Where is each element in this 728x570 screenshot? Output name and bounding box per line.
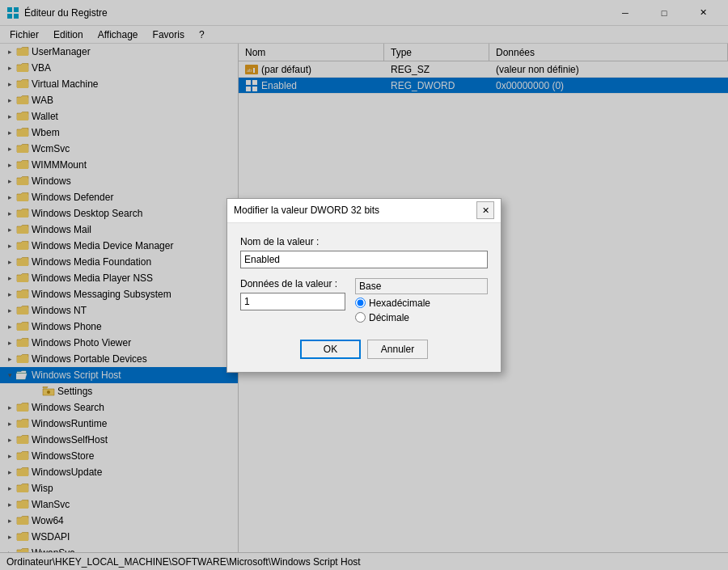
base-label: Base bbox=[355, 278, 488, 294]
modal-body: Nom de la valeur : Données de la valeur … bbox=[227, 223, 501, 372]
ok-button[interactable]: OK bbox=[300, 340, 361, 359]
cancel-button[interactable]: Annuler bbox=[367, 340, 428, 359]
base-group: Base Hexadécimale Décimale bbox=[355, 278, 488, 327]
hex-label: Hexadécimale bbox=[369, 298, 430, 309]
value-name-input[interactable] bbox=[240, 251, 488, 268]
value-data-group: Données de la valeur : bbox=[240, 278, 345, 327]
modal-close-button[interactable]: ✕ bbox=[476, 201, 494, 219]
dword-edit-dialog: Modifier la valeur DWORD 32 bits ✕ Nom d… bbox=[226, 198, 502, 373]
modal-buttons: OK Annuler bbox=[240, 340, 488, 359]
hex-radio[interactable] bbox=[355, 298, 366, 308]
modal-title-bar: Modifier la valeur DWORD 32 bits ✕ bbox=[227, 199, 501, 223]
dec-label: Décimale bbox=[369, 312, 409, 323]
dec-radio[interactable] bbox=[355, 312, 366, 323]
modal-overlay: Modifier la valeur DWORD 32 bits ✕ Nom d… bbox=[0, 0, 728, 570]
dec-radio-label[interactable]: Décimale bbox=[355, 312, 488, 323]
data-and-base-row: Données de la valeur : Base Hexadécimale… bbox=[240, 278, 488, 327]
value-data-input[interactable] bbox=[240, 293, 345, 310]
value-data-label: Données de la valeur : bbox=[240, 278, 345, 289]
modal-title: Modifier la valeur DWORD 32 bits bbox=[234, 205, 476, 216]
value-name-label: Nom de la valeur : bbox=[240, 236, 488, 247]
hex-radio-label[interactable]: Hexadécimale bbox=[355, 298, 488, 309]
